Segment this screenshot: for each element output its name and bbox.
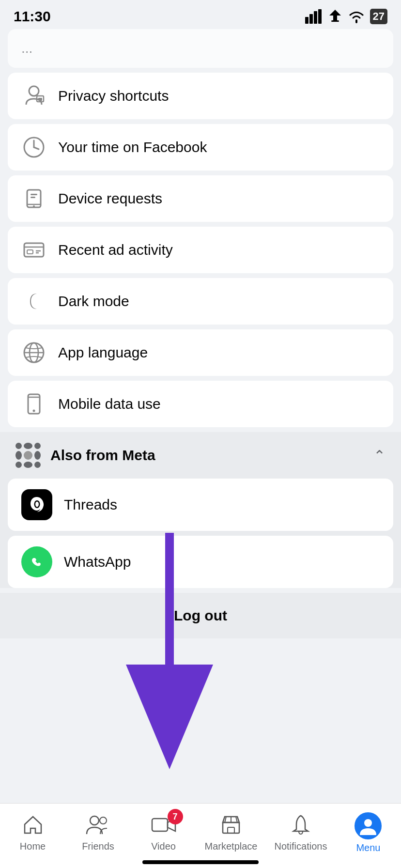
nav-notifications-label: Notifications	[275, 841, 327, 852]
threads-label: Threads	[64, 496, 117, 513]
battery-indicator: 27	[370, 9, 387, 24]
whatsapp-icon	[21, 546, 52, 577]
svg-point-32	[100, 817, 107, 824]
menu-item-your-time[interactable]: Your time on Facebook	[8, 124, 393, 170]
status-time: 11:30	[14, 8, 51, 25]
svg-point-28	[35, 502, 39, 507]
svg-rect-15	[31, 197, 35, 198]
status-icons: 27	[305, 9, 387, 24]
nav-marketplace-label: Marketplace	[205, 841, 258, 852]
svg-point-39	[364, 819, 372, 827]
threads-item[interactable]: Threads	[8, 479, 393, 531]
bell-icon	[290, 814, 312, 836]
svg-rect-3	[318, 9, 322, 24]
also-from-meta-label: Also from Meta	[50, 447, 155, 464]
menu-item-privacy-shortcuts[interactable]: Privacy shortcuts	[8, 73, 393, 119]
device-requests-label: Device requests	[58, 190, 162, 207]
menu-item-dark-mode[interactable]: Dark mode	[8, 278, 393, 325]
nav-item-video[interactable]: 7 Video	[139, 814, 188, 852]
globe-icon	[21, 340, 46, 365]
also-from-meta-section: Also from Meta ⌃ Threads	[0, 432, 401, 588]
lock-person-icon	[21, 83, 46, 108]
svg-point-13	[33, 205, 35, 207]
svg-rect-1	[309, 14, 313, 24]
svg-rect-14	[31, 194, 37, 195]
svg-rect-35	[228, 827, 234, 833]
chevron-up-icon[interactable]: ⌃	[373, 447, 386, 464]
marketplace-icon-wrap	[220, 814, 242, 838]
nav-home-label: Home	[20, 841, 46, 852]
friends-icon	[86, 814, 111, 836]
menu-item-device-requests[interactable]: Device requests	[8, 175, 393, 222]
friends-icon-wrap	[86, 814, 111, 838]
svg-rect-33	[152, 819, 168, 831]
svg-rect-2	[314, 11, 317, 24]
app-language-label: App language	[58, 344, 148, 361]
svg-rect-4	[331, 20, 339, 22]
scroll-content: ... Privacy shortcuts Your time on Faceb…	[0, 29, 401, 726]
svg-rect-0	[305, 17, 308, 24]
threads-icon	[21, 489, 52, 520]
moon-icon	[21, 289, 46, 314]
svg-point-5	[29, 86, 39, 96]
wifi-icon	[348, 10, 365, 23]
svg-line-10	[34, 147, 39, 149]
dark-mode-label: Dark mode	[58, 293, 129, 310]
signal-icon	[305, 9, 323, 24]
clock-icon	[21, 135, 46, 160]
menu-item-mobile-data[interactable]: Mobile data use	[8, 381, 393, 427]
device-icon	[21, 186, 46, 211]
nav-item-home[interactable]: Home	[9, 814, 57, 852]
nav-friends-label: Friends	[82, 841, 114, 852]
menu-avatar-wrap	[355, 812, 382, 839]
menu-item-recent-ad[interactable]: Recent ad activity	[8, 227, 393, 273]
nav-menu-label: Menu	[356, 842, 380, 853]
whatsapp-item[interactable]: WhatsApp	[8, 536, 393, 588]
your-time-label: Your time on Facebook	[58, 139, 207, 155]
partial-top-item[interactable]: ...	[8, 29, 393, 68]
svg-point-31	[90, 816, 99, 825]
home-icon	[22, 814, 44, 836]
svg-point-25	[33, 410, 35, 412]
mobile-data-label: Mobile data use	[58, 396, 161, 412]
home-icon-wrap	[22, 814, 44, 838]
also-from-meta-header[interactable]: Also from Meta ⌃	[8, 432, 393, 479]
nav-video-label: Video	[151, 841, 176, 852]
nav-item-marketplace[interactable]: Marketplace	[205, 814, 258, 852]
avatar	[355, 812, 382, 839]
recent-ad-label: Recent ad activity	[58, 242, 173, 258]
whatsapp-label: WhatsApp	[64, 554, 131, 570]
nav-item-notifications[interactable]: Notifications	[275, 814, 327, 852]
notifications-icon-wrap	[290, 814, 312, 838]
nav-item-friends[interactable]: Friends	[74, 814, 123, 852]
nav-item-menu[interactable]: Menu	[344, 812, 392, 853]
battery-level: 27	[373, 10, 385, 23]
video-icon-wrap: 7	[151, 814, 176, 838]
marketplace-icon	[220, 814, 242, 836]
svg-rect-18	[27, 250, 33, 254]
mobile-icon	[21, 391, 46, 417]
logout-label: Log out	[174, 607, 227, 623]
meta-grid-icon	[15, 443, 41, 468]
video-badge: 7	[168, 809, 183, 824]
svg-rect-7	[38, 98, 42, 101]
status-bar: 11:30 27	[0, 0, 401, 29]
ad-icon	[21, 237, 46, 263]
privacy-shortcuts-label: Privacy shortcuts	[58, 88, 169, 104]
logout-button[interactable]: Log out	[0, 593, 401, 638]
airplane-icon	[327, 9, 343, 24]
menu-item-app-language[interactable]: App language	[8, 329, 393, 376]
bottom-nav: Home Friends 7 Video	[0, 803, 401, 868]
